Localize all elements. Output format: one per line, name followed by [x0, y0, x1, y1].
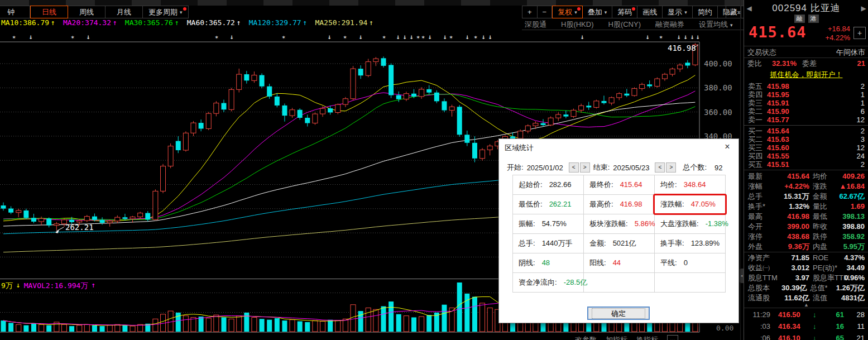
level-label: 买二	[748, 135, 767, 143]
cell-value: -1.38%	[706, 219, 728, 228]
stat-value: 30.39亿	[771, 283, 807, 293]
tab-period-5[interactable]: 更多周期▾	[143, 6, 189, 18]
stat-label: 最新	[748, 171, 773, 181]
divider	[744, 308, 868, 308]
submarket-link-3[interactable]: H股(CNY)	[608, 20, 641, 30]
region-stats-dialog: 区域统计 × 开始: 2025/01/02 < > 结束: 2025/05/23…	[498, 138, 739, 323]
zoom-out-button[interactable]: −	[538, 6, 553, 18]
indicator-context-bar: 改参数加指标换指标…	[575, 335, 678, 340]
svg-text:↓: ↓	[86, 33, 90, 41]
tab-period-2[interactable]: 日线	[30, 6, 68, 18]
level-volume: 6	[825, 107, 865, 116]
level-price[interactable]: 415.64	[767, 127, 825, 135]
level-price[interactable]: 415.51	[767, 160, 825, 169]
up-arrow-icon: ↑	[237, 18, 241, 27]
level-label: 买三	[748, 143, 767, 152]
start-next-button[interactable]: >	[580, 162, 590, 173]
toolbar-button-5[interactable]: 显示▾	[663, 6, 693, 18]
toolbar-button-label: 筹码	[617, 7, 632, 17]
tab-label: 钟	[8, 7, 15, 17]
stat-value: 62.67亿	[839, 191, 865, 202]
level-price[interactable]: 415.95	[767, 90, 825, 99]
svg-text:✶: ✶	[416, 33, 420, 41]
svg-text:✶: ✶	[474, 33, 478, 41]
ma-label-1: MA10:386.79↑	[1, 18, 55, 28]
cell-label: 均价:	[660, 180, 677, 189]
context-item-1[interactable]: 改参数	[575, 335, 597, 340]
next-stock-arrow[interactable]: ▶	[859, 4, 868, 12]
cell-label: 涨跌幅:	[660, 200, 684, 208]
chart-toolbar: +−复权▾叠加▾筹码画线显示▾简约隐藏»	[522, 6, 747, 18]
toolbar-button-3[interactable]: 筹码	[612, 6, 637, 18]
finance-row-3: 股息TTM3.97股息率TTM0.96%	[744, 273, 868, 283]
stat-value: 0.96%	[840, 273, 865, 283]
tab-period-3[interactable]: 周线	[68, 6, 105, 18]
tab-label: 月线	[117, 7, 131, 17]
panel-collapse-handle[interactable]: ◂	[740, 269, 744, 283]
stat-value: +4.22%	[773, 181, 809, 191]
cell-value: 47.05%	[691, 200, 716, 208]
toolbar-button-1[interactable]: 复权▾	[552, 6, 583, 18]
tick-count: 21	[844, 332, 865, 340]
stat-value: 438.68	[773, 232, 809, 242]
open-account-ad-link[interactable]: 抓住机会，即刻开户！	[744, 70, 868, 80]
stats-cell-r1c3: 均价:348.64	[655, 175, 726, 195]
level-volume: 2	[825, 160, 865, 169]
quote-panel: ◀ 002594 比亚迪 ▶ 融 港 415.64 +16.84 +4.22% …	[744, 0, 868, 340]
start-prev-button[interactable]: <	[569, 162, 579, 173]
toolbar-button-6[interactable]: 简约	[693, 6, 718, 18]
add-to-watchlist-button[interactable]: +	[853, 27, 866, 39]
level-price[interactable]: 415.63	[767, 135, 825, 143]
cell-value: 123.89%	[691, 239, 720, 247]
level-label: 卖三	[748, 99, 767, 107]
prev-stock-arrow[interactable]: ◀	[744, 4, 754, 12]
up-arrow-icon: ↑	[369, 18, 373, 27]
zoom-in-button[interactable]: +	[522, 6, 538, 18]
level-price[interactable]: 415.60	[767, 143, 825, 152]
stat-value: 1.69	[840, 202, 865, 212]
weicha-value: 21	[817, 59, 865, 69]
cell-label: 起始价:	[519, 180, 543, 189]
ma-text: MA30:365.76	[125, 18, 173, 27]
mavol1-arrow: ↓	[16, 281, 21, 291]
level-volume: 2	[825, 127, 865, 135]
cell-value: 416.98	[620, 200, 642, 208]
fullscreen-button[interactable]: ⤢	[726, 6, 741, 18]
change-percent: +4.22%	[816, 33, 850, 42]
level-price[interactable]: 415.98	[767, 82, 825, 90]
submarket-link-5[interactable]: 设置均线▾	[699, 20, 733, 30]
start-date: 2025/01/02	[527, 164, 563, 172]
level-price[interactable]: 415.91	[767, 99, 825, 107]
toolbar-button-4[interactable]: 画线	[637, 6, 663, 18]
context-item-3[interactable]: 换指标	[636, 335, 658, 340]
level-price[interactable]: 415.90	[767, 107, 825, 116]
tab-period-1[interactable]: 钟	[0, 6, 30, 18]
expand-arrow[interactable]: ▲	[744, 302, 868, 308]
submarket-link-2[interactable]: H股(HKD)	[561, 20, 594, 30]
context-item-2[interactable]: 加指标	[606, 335, 627, 340]
stock-badges: 融 港	[744, 15, 868, 23]
level-price[interactable]: 415.55	[767, 152, 825, 160]
stat-label: 量比	[813, 202, 840, 212]
ma-text: MA10:386.79	[1, 18, 49, 27]
stats-cell-r6c1: 资金净流向:-28.5亿	[513, 273, 584, 293]
svg-text:360.00: 360.00	[704, 108, 732, 117]
stats-cell-r3c3: 大盘涨跌幅:-1.38%	[655, 214, 726, 234]
stats-cell-r5c3: 平线:0	[655, 253, 726, 273]
tick-price: 416.50	[778, 309, 813, 320]
submarket-link-1[interactable]: 深股通	[525, 20, 546, 30]
end-prev-button[interactable]: <	[655, 162, 665, 173]
chevron-down-icon: ▾	[605, 9, 607, 15]
more-box[interactable]: …	[667, 335, 678, 340]
ok-button[interactable]: 确定	[587, 307, 650, 320]
submarket-link-4[interactable]: 融资融券	[655, 20, 684, 30]
stat-row-8: 外盘9.36万内盘5.95万	[744, 242, 868, 252]
toolbar-button-2[interactable]: 叠加▾	[583, 6, 613, 18]
stats-cell-r3c2: 板块涨跌幅:5.86%	[584, 214, 655, 234]
level-price[interactable]: 415.77	[767, 116, 825, 124]
stat-label: 最高	[748, 212, 773, 222]
close-icon[interactable]: ×	[721, 141, 733, 152]
tab-period-4[interactable]: 月线	[105, 6, 143, 18]
end-next-button[interactable]: >	[666, 162, 676, 173]
stat-value: 1.26万亿	[836, 283, 865, 293]
